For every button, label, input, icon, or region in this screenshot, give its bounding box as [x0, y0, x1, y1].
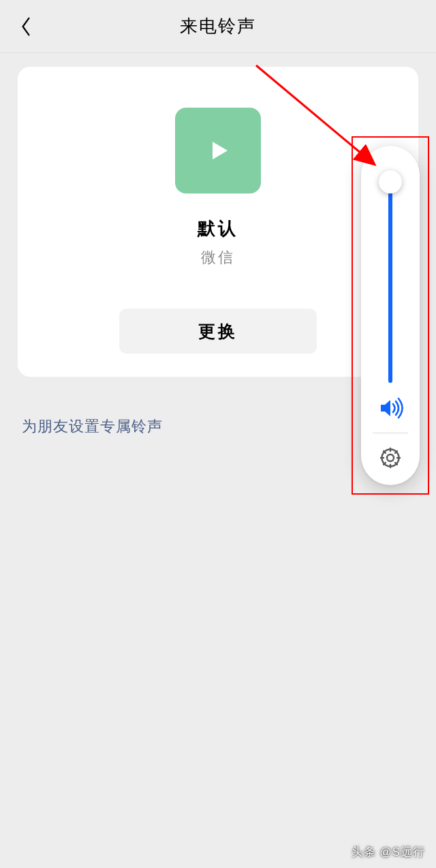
ringtone-card: 默认 微信 更换	[18, 67, 418, 377]
friend-ringtone-link[interactable]: 为朋友设置专属铃声	[18, 416, 418, 437]
ringtone-source: 微信	[201, 247, 235, 268]
page-title: 来电铃声	[0, 14, 436, 38]
speaker-icon	[375, 393, 405, 423]
svg-point-1	[387, 454, 394, 461]
header: 来电铃声	[0, 0, 436, 53]
watermark: 头条 @S远行	[352, 844, 425, 860]
play-button[interactable]	[175, 108, 261, 193]
back-button[interactable]	[12, 13, 40, 40]
panel-divider	[373, 433, 408, 433]
volume-panel	[361, 146, 420, 485]
change-button-label: 更换	[198, 320, 238, 343]
ringtone-name: 默认	[198, 217, 238, 241]
svg-point-2	[382, 450, 399, 467]
volume-settings-button[interactable]	[375, 443, 405, 473]
chevron-left-icon	[19, 16, 33, 37]
volume-slider[interactable]	[361, 159, 420, 389]
volume-slider-thumb[interactable]	[379, 170, 402, 193]
svg-marker-0	[213, 142, 228, 159]
volume-slider-fill	[388, 179, 392, 383]
play-icon	[203, 136, 233, 166]
change-button[interactable]: 更换	[119, 309, 317, 354]
gear-icon	[379, 446, 402, 469]
